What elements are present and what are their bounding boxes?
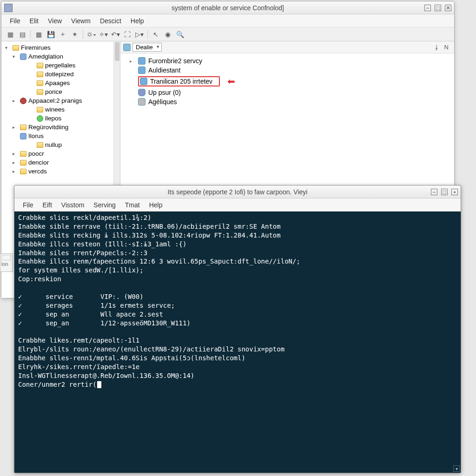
close-button[interactable]: ✕ [445,5,451,11]
service-label: Auldiestant [148,66,180,74]
service-item[interactable]: Up psur (0) [120,88,454,97]
term-menu-edit[interactable]: Eift [39,200,56,210]
close-button[interactable]: ▪ [451,189,458,195]
service-label: Furombrie2 servcy [148,57,202,65]
service-item[interactable]: Auldiestant [120,66,454,75]
tree-item-label: dencior [28,159,49,166]
terminal-window: Its sepeode (epporte 2 Iofi) to faw carp… [14,185,461,473]
terminal-cursor [97,381,101,388]
open-icon[interactable]: ▤ [17,29,27,40]
window-title: system of enable or service Confnolod] [172,4,284,12]
term-menu-view[interactable]: Visstom [58,200,88,210]
tree-item-label: Ilorus [28,132,44,139]
menu-describe[interactable]: Descict [96,16,125,26]
tree-item-label: nullup [45,141,62,148]
term-menu-help[interactable]: Help [145,200,166,210]
grid-icon[interactable]: ▦ [33,29,44,40]
toolbar-sep [30,30,31,39]
folder-icon [37,107,43,112]
tree-item[interactable]: winees [1,105,120,114]
tree-item-label: Apaages [45,79,70,86]
chevron-down-icon[interactable]: ▾ [5,45,11,50]
new-icon[interactable]: ▦ [5,29,15,40]
plus-icon[interactable]: ＋ [58,29,68,40]
tree-item[interactable]: ▸vercds [1,167,120,176]
main-toolbar: ▦ ▤ ▦ 💾 ＋ ✶ ⛭▾ ✧▾ ↶▾ ⛶ ▷▾ ↖ ◉ 🔍 [1,27,454,41]
tree-item[interactable]: ▾Amedglation [1,52,120,61]
menu-edit[interactable]: Elit [26,16,42,26]
minimize-button[interactable]: – [431,189,437,195]
gear-icon[interactable]: ⛭▾ [86,29,96,40]
maximize-button[interactable]: □ [441,189,448,195]
tree-item-label: porice [45,88,62,95]
chevron-icon[interactable]: ▸ [13,125,18,130]
search-icon[interactable]: 🔍 [175,29,185,40]
gear-icon [20,98,26,104]
service-icon [138,57,145,65]
chevron-icon[interactable]: ▸ [13,169,18,174]
term-menu-format[interactable]: Tmat [121,200,144,210]
terminal-output[interactable]: Crabbke slics reckl/dapeetil.1¾:2) Inabb… [14,212,461,473]
undo-icon[interactable]: ↶▾ [110,29,120,40]
toolbar-sep [83,30,83,39]
breadcrumb-bar: Dealie ⭳ N [120,41,454,53]
menu-file[interactable]: File [6,16,24,26]
term-menu-file[interactable]: File [19,200,37,210]
save-icon[interactable]: 💾 [46,29,56,40]
tree-item[interactable]: ▸Appaacel:2 pranigs [1,96,120,105]
run-icon[interactable]: ▷▾ [134,29,145,40]
term-titlebar[interactable]: Its sepeode (epporte 2 Iofi) to faw carp… [14,185,461,198]
app-icon [4,4,13,12]
minimize-button[interactable]: – [424,5,431,11]
context-selector[interactable]: Dealie [132,43,162,52]
tree-item[interactable]: ▸poocr [1,149,120,158]
folder-icon [37,80,43,86]
chevron-icon[interactable]: ▸ [13,151,18,156]
tree-item-label: Regürovitdiing [28,124,68,131]
db-icon [20,53,26,60]
tree-item[interactable]: nullup [1,140,120,149]
refresh-icon[interactable]: ✶ [70,29,80,40]
download-icon[interactable]: ⭳ [434,44,440,51]
terminal-scroll-corner[interactable]: ▾ [453,465,460,472]
tree-item-label: Amedglation [28,53,63,60]
menu-view[interactable]: View [44,16,66,26]
tool-icon[interactable]: ↖ [151,29,161,40]
folder-icon [37,89,43,95]
folder-icon [37,142,43,148]
tree-item[interactable]: pergellales [1,61,120,70]
chevron-icon[interactable]: ▸ [130,59,135,64]
folder-icon [20,151,26,157]
redo-icon[interactable]: ⛶ [122,29,132,40]
menu-viewer[interactable]: Viewm [67,16,94,26]
tree-item[interactable]: porice [1,87,120,96]
globe-icon[interactable]: ◉ [163,29,173,40]
tree-item[interactable]: Apaages [1,79,120,87]
service-icon [140,78,147,85]
main-titlebar[interactable]: system of enable or service Confnolod] –… [1,1,454,14]
new-shortcut[interactable]: N [444,44,449,51]
tree-item[interactable]: ▸dencior [1,158,120,167]
highlighted-service[interactable]: Tranilican 205 irrtetev [138,76,220,86]
folder-icon [37,72,43,77]
tree-root[interactable]: ▾ Firemirues [1,43,120,52]
wizard-icon[interactable]: ✧▾ [98,29,108,40]
tree-item[interactable]: dotlepized [1,70,120,79]
chevron-icon[interactable]: ▾ [13,54,18,59]
folder-icon [20,160,26,165]
chevron-icon[interactable]: ▸ [13,98,18,103]
drive-icon [123,44,131,51]
service-item[interactable]: Tranilican 205 irrtetev⬅ [120,75,454,88]
tree-item[interactable]: llepos [1,114,120,123]
scrollbar-thumb[interactable] [115,42,119,61]
term-menu-serving[interactable]: Serving [90,200,119,210]
tree-item[interactable]: Ilorus [1,132,120,140]
menu-help[interactable]: Help [127,16,148,26]
main-menubar: File Elit View Viewm Descict Help [1,14,454,27]
service-item[interactable]: Agéliques [120,97,454,106]
maximize-button[interactable]: □ [435,5,441,11]
folder-icon [37,63,43,68]
chevron-icon[interactable]: ▸ [13,160,18,165]
service-item[interactable]: ▸Furombrie2 servcy [120,56,454,66]
tree-item[interactable]: ▸Regürovitdiing [1,123,120,132]
